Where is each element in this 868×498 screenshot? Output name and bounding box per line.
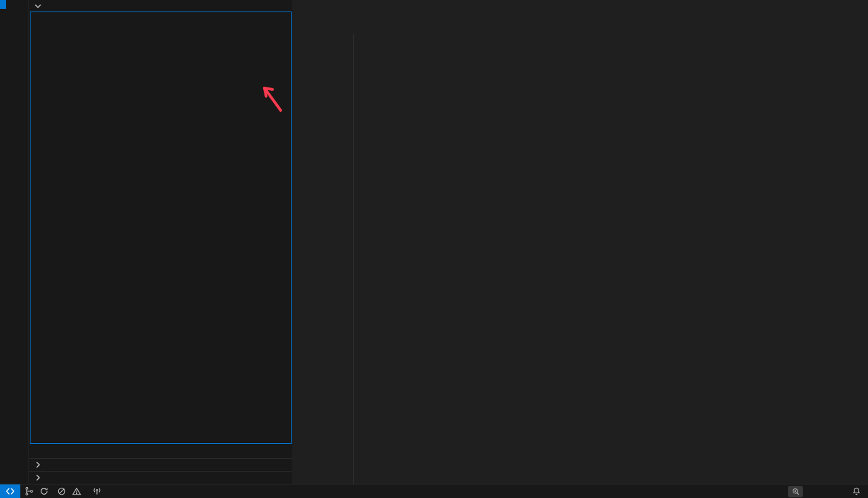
activity-bar [0,0,29,484]
chevron-right-icon [33,459,43,470]
chevron-down-icon[interactable] [33,1,43,12]
active-view-indicator [0,0,6,9]
breadcrumbs [293,0,868,11]
language-mode[interactable] [840,484,848,498]
git-branch-icon [24,486,34,496]
git-branch-item[interactable] [20,484,53,498]
chevron-right-icon [33,472,43,483]
zoom-icon [791,487,800,496]
timeline-section-header[interactable] [29,471,292,484]
notifications-bell[interactable] [848,484,868,498]
editor-group [293,0,868,484]
indentation[interactable] [815,484,823,498]
code-editor[interactable] [293,11,802,484]
problems-item[interactable] [53,484,88,498]
errors-icon [57,486,66,496]
explorer-sidebar [29,0,292,484]
ports-item[interactable] [88,484,108,498]
file-tree [30,12,292,444]
sidebar-bottom-sections [29,458,292,484]
minimap[interactable] [802,9,868,484]
remote-icon [5,486,15,496]
indent-guide [353,34,354,484]
eol-sequence[interactable] [831,484,840,498]
sync-icon [39,486,49,496]
status-bar [0,484,868,498]
vscode-window [0,0,868,498]
broadcast-icon [92,486,102,496]
explorer-header [29,0,292,12]
remote-indicator[interactable] [0,484,20,498]
warnings-icon [72,486,81,496]
cursor-position[interactable] [807,484,815,498]
outline-section-header[interactable] [29,458,292,471]
zoom-status-button[interactable] [788,486,803,497]
encoding[interactable] [823,484,831,498]
bell-icon [852,486,861,496]
